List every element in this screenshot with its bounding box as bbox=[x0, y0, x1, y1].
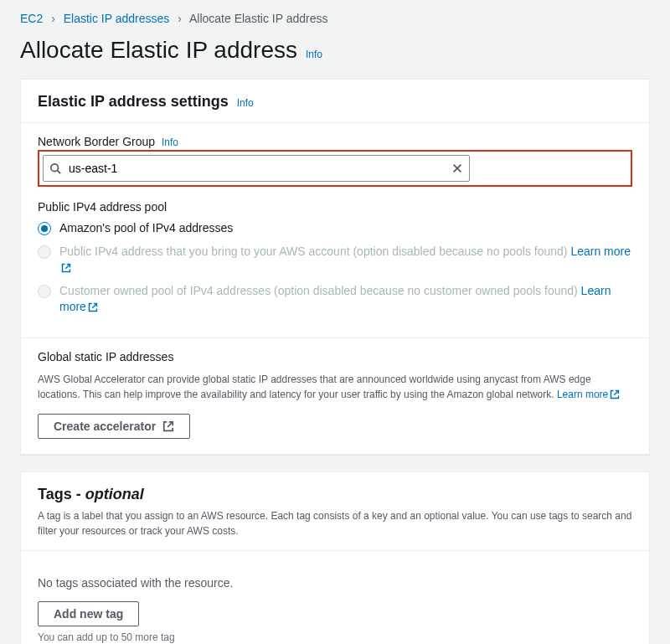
create-accelerator-button[interactable]: Create accelerator bbox=[38, 414, 190, 439]
radio-byoip: Public IPv4 address that you bring to yo… bbox=[38, 244, 632, 276]
external-link-icon bbox=[610, 389, 620, 399]
settings-heading: Elastic IP address settings bbox=[38, 93, 229, 110]
chevron-right-icon: › bbox=[178, 12, 182, 25]
external-link-icon bbox=[61, 263, 71, 273]
page-title: Allocate Elastic IP address Info bbox=[20, 37, 650, 64]
add-new-tag-label: Add new tag bbox=[54, 607, 123, 621]
create-accelerator-label: Create accelerator bbox=[54, 420, 156, 433]
ga-description: AWS Global Accelerator can provide globa… bbox=[38, 372, 632, 402]
breadcrumb-mid[interactable]: Elastic IP addresses bbox=[64, 12, 170, 25]
radio-customer-pool-label: Customer owned pool of IPv4 addresses (o… bbox=[59, 283, 632, 316]
radio-icon bbox=[38, 245, 51, 259]
tags-panel: Tags - optional A tag is a label that yo… bbox=[20, 471, 650, 644]
tags-heading: Tags - optional bbox=[38, 486, 144, 502]
chevron-right-icon: › bbox=[51, 12, 55, 25]
search-icon bbox=[49, 162, 61, 174]
nbg-search-input[interactable] bbox=[43, 155, 470, 182]
external-link-icon bbox=[162, 420, 174, 432]
radio-amazon-pool[interactable]: Amazon's pool of IPv4 addresses bbox=[38, 220, 632, 237]
pool-label: Public IPv4 address pool bbox=[38, 200, 632, 214]
radio-icon bbox=[38, 285, 51, 298]
breadcrumb-root[interactable]: EC2 bbox=[20, 12, 43, 25]
breadcrumb-current: Allocate Elastic IP address bbox=[189, 12, 328, 25]
radio-amazon-pool-label: Amazon's pool of IPv4 addresses bbox=[59, 220, 233, 237]
ga-heading: Global static IP addresses bbox=[38, 350, 632, 363]
add-new-tag-button[interactable]: Add new tag bbox=[38, 601, 139, 626]
nbg-info-link[interactable]: Info bbox=[162, 137, 178, 148]
close-icon[interactable] bbox=[451, 162, 463, 174]
radio-byoip-label: Public IPv4 address that you bring to yo… bbox=[59, 244, 632, 276]
radio-customer-pool: Customer owned pool of IPv4 addresses (o… bbox=[38, 283, 632, 316]
tags-hint: You can add up to 50 more tag bbox=[38, 631, 632, 643]
nbg-search-wrap bbox=[43, 155, 470, 182]
page-title-text: Allocate Elastic IP address bbox=[20, 37, 297, 64]
tags-empty-text: No tags associated with the resource. bbox=[38, 576, 632, 590]
settings-info-link[interactable]: Info bbox=[237, 97, 254, 109]
nbg-highlight bbox=[38, 150, 632, 187]
radio-icon[interactable] bbox=[38, 222, 51, 235]
settings-panel: Elastic IP address settings Info Network… bbox=[20, 79, 650, 455]
svg-point-0 bbox=[51, 164, 59, 172]
nbg-label: Network Border Group Info bbox=[38, 135, 632, 148]
ga-learn-more-link[interactable]: Learn more bbox=[557, 389, 620, 400]
nbg-label-text: Network Border Group bbox=[38, 135, 155, 148]
tags-description: A tag is a label that you assign to an A… bbox=[38, 508, 632, 538]
breadcrumb: EC2 › Elastic IP addresses › Allocate El… bbox=[20, 8, 650, 37]
external-link-icon bbox=[88, 302, 98, 312]
page-title-info-link[interactable]: Info bbox=[306, 49, 322, 60]
svg-line-1 bbox=[58, 171, 61, 174]
